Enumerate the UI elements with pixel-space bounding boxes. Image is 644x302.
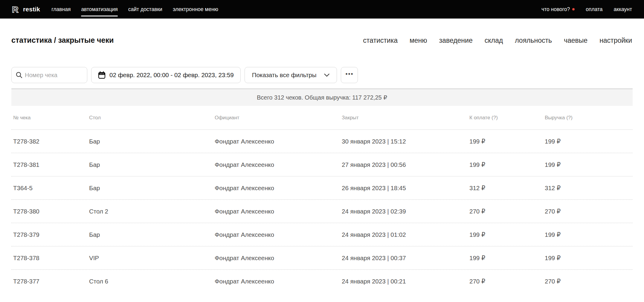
cell-waiter: Фондрат Алексеенко [215, 184, 342, 192]
cell-closed: 26 января 2023 | 18:45 [342, 184, 469, 192]
table-header-row: № чека Стол Официант Закрыт К оплате (?)… [11, 106, 633, 130]
nav-link-main[interactable]: главная [51, 4, 71, 14]
column-revenue: Выручка (?) [545, 115, 633, 121]
table-row[interactable]: T278-378 VIP Фондрат Алексеенко 24 январ… [11, 246, 633, 270]
cell-check-number: T278-380 [13, 208, 89, 215]
cell-table: Бар [89, 231, 215, 238]
cell-check-number: T278-381 [13, 161, 89, 168]
cell-closed: 24 января 2023 | 00:37 [342, 254, 469, 262]
page-header: статистика / закрытые чеки статистика ме… [0, 36, 644, 45]
cell-check-number: T278-377 [13, 278, 89, 285]
cell-to-pay: 199 ₽ [469, 254, 545, 262]
cell-revenue: 270 ₽ [545, 208, 633, 215]
tab-settings[interactable]: настройки [599, 36, 632, 45]
cell-check-number: T278-382 [13, 138, 89, 145]
breadcrumb: статистика / закрытые чеки [11, 36, 114, 45]
summary-bar: Всего 312 чеков. Общая выручка: 117 272,… [11, 89, 633, 106]
nav-payment[interactable]: оплата [586, 6, 602, 13]
nav-link-automation[interactable]: автоматизация [81, 4, 117, 14]
table-row[interactable]: T278-382 Бар Фондрат Алексеенко 30 январ… [11, 130, 633, 153]
cell-revenue: 199 ₽ [545, 254, 633, 262]
checks-table: № чека Стол Официант Закрыт К оплате (?)… [11, 106, 633, 293]
cell-waiter: Фондрат Алексеенко [215, 278, 342, 285]
date-range-picker[interactable]: 02 февр. 2022, 00:00 - 02 февр. 2023, 23… [91, 67, 241, 83]
cell-closed: 24 января 2023 | 02:39 [342, 208, 469, 215]
tab-tips[interactable]: чаевые [564, 36, 587, 45]
tab-menu[interactable]: меню [410, 36, 427, 45]
cell-waiter: Фондрат Алексеенко [215, 254, 342, 262]
table-row[interactable]: T278-380 Стол 2 Фондрат Алексеенко 24 ян… [11, 200, 633, 223]
cell-check-number: T278-379 [13, 231, 89, 238]
svg-text:R: R [12, 4, 19, 14]
check-number-search [11, 67, 87, 83]
search-input[interactable] [25, 72, 83, 79]
summary-text: Всего 312 чеков. Общая выручка: 117 272,… [257, 94, 387, 101]
cell-check-number: T364-5 [13, 184, 89, 192]
cell-closed: 24 января 2023 | 00:21 [342, 278, 469, 285]
cell-revenue: 199 ₽ [545, 138, 633, 145]
show-all-filters-dropdown[interactable]: Показать все фильтры [245, 67, 337, 83]
cell-closed: 30 января 2023 | 15:12 [342, 138, 469, 145]
column-waiter: Официант [215, 115, 342, 121]
cell-to-pay: 270 ₽ [469, 278, 545, 285]
top-navbar: R restik главная автоматизация сайт дост… [0, 0, 644, 19]
table-row[interactable]: T278-377 Стол 6 Фондрат Алексеенко 24 ян… [11, 270, 633, 293]
date-range-label: 02 февр. 2022, 00:00 - 02 февр. 2023, 23… [109, 71, 234, 79]
search-icon [16, 72, 22, 78]
table-row[interactable]: T278-379 Бар Фондрат Алексеенко 24 январ… [11, 223, 633, 246]
column-check-number: № чека [13, 115, 89, 121]
cell-to-pay: 270 ₽ [469, 208, 545, 215]
nav-account[interactable]: аккаунт [614, 6, 632, 13]
ellipsis-icon: ••• [345, 71, 353, 79]
tab-statistics[interactable]: статистика [363, 36, 398, 45]
filters-bar: 02 февр. 2022, 00:00 - 02 февр. 2023, 23… [0, 67, 644, 83]
section-tabs: статистика меню заведение склад лояльнос… [363, 36, 632, 45]
restik-logo[interactable]: R restik [11, 4, 40, 14]
calendar-icon [98, 71, 106, 79]
cell-to-pay: 199 ₽ [469, 161, 545, 168]
cell-waiter: Фондрат Алексеенко [215, 138, 342, 145]
cell-check-number: T278-378 [13, 254, 89, 262]
cell-to-pay: 199 ₽ [469, 231, 545, 238]
whats-new-label: что нового? [541, 6, 570, 13]
notification-dot-icon [572, 8, 575, 10]
cell-table: Бар [89, 184, 215, 192]
tab-loyalty[interactable]: лояльность [515, 36, 552, 45]
cell-waiter: Фондрат Алексеенко [215, 208, 342, 215]
nav-whats-new[interactable]: что нового? [541, 6, 575, 13]
table-row[interactable]: T364-5 Бар Фондрат Алексеенко 26 января … [11, 176, 633, 200]
cell-revenue: 270 ₽ [545, 278, 633, 285]
cell-revenue: 312 ₽ [545, 184, 633, 192]
main-nav: главная автоматизация сайт доставки элек… [51, 4, 218, 14]
cell-table: Стол 2 [89, 208, 215, 215]
table-row[interactable]: T278-381 Бар Фондрат Алексеенко 27 январ… [11, 153, 633, 176]
cell-closed: 27 января 2023 | 00:56 [342, 161, 469, 168]
tab-venue[interactable]: заведение [439, 36, 473, 45]
more-filters-button[interactable]: ••• [341, 67, 358, 83]
cell-table: Стол 6 [89, 278, 215, 285]
restik-logo-icon: R [11, 4, 20, 14]
cell-revenue: 199 ₽ [545, 231, 633, 238]
cell-to-pay: 199 ₽ [469, 138, 545, 145]
table-body: T278-382 Бар Фондрат Алексеенко 30 январ… [11, 130, 633, 293]
cell-waiter: Фондрат Алексеенко [215, 161, 342, 168]
cell-table: Бар [89, 161, 215, 168]
cell-revenue: 199 ₽ [545, 161, 633, 168]
tab-warehouse[interactable]: склад [485, 36, 503, 45]
cell-closed: 24 января 2023 | 01:02 [342, 231, 469, 238]
cell-waiter: Фондрат Алексеенко [215, 231, 342, 238]
column-closed: Закрыт [342, 115, 469, 121]
nav-link-emenu[interactable]: электронное меню [173, 4, 218, 14]
cell-to-pay: 312 ₽ [469, 184, 545, 192]
logo-text: restik [23, 6, 40, 13]
cell-table: VIP [89, 254, 215, 262]
nav-link-delivery-site[interactable]: сайт доставки [128, 4, 162, 14]
chevron-down-icon [324, 74, 329, 77]
column-to-pay: К оплате (?) [469, 115, 545, 121]
show-all-filters-label: Показать все фильтры [252, 71, 317, 79]
column-table: Стол [89, 115, 215, 121]
cell-table: Бар [89, 138, 215, 145]
